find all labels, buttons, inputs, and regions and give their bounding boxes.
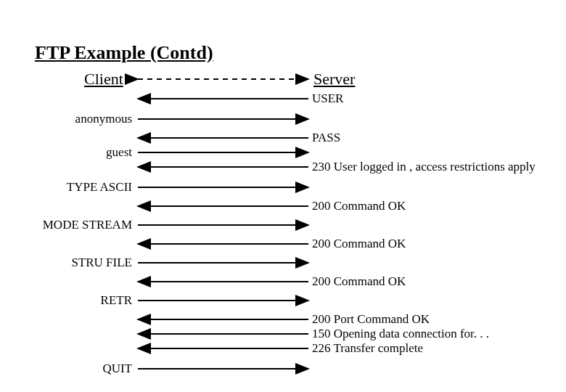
msg-mode-stream: MODE STREAM	[43, 218, 132, 232]
msg-230: 230 User logged in , access restrictions…	[312, 160, 536, 174]
msg-opening: 150 Opening data connection for. . .	[312, 327, 489, 341]
msg-quit: QUIT	[102, 362, 132, 376]
msg-type-ascii: TYPE ASCII	[67, 180, 132, 195]
slide-title: FTP Example (Contd)	[35, 42, 213, 64]
msg-user: USER	[312, 91, 343, 106]
slide: FTP Example (Contd) Client Server	[0, 0, 566, 392]
msg-anonymous: anonymous	[75, 112, 132, 126]
server-header: Server	[313, 70, 355, 89]
msg-transfer: 226 Transfer complete	[312, 341, 423, 356]
msg-pass: PASS	[312, 131, 340, 145]
msg-port-ok: 200 Port Command OK	[312, 312, 430, 327]
msg-stru-file: STRU FILE	[71, 256, 132, 270]
msg-200-2: 200 Command OK	[312, 237, 406, 251]
msg-guest: guest	[106, 145, 132, 160]
msg-200-1: 200 Command OK	[312, 199, 406, 213]
msg-200-3: 200 Command OK	[312, 274, 406, 289]
msg-retr: RETR	[101, 293, 132, 308]
client-header: Client	[84, 70, 123, 89]
